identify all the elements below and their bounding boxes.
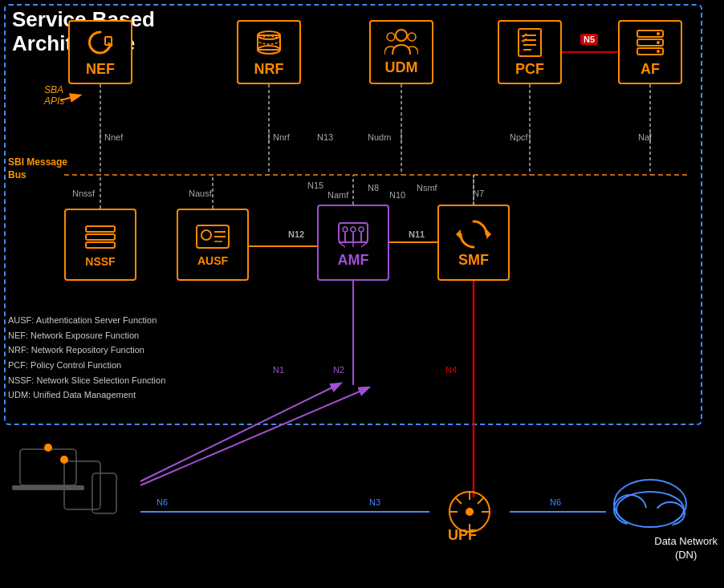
svg-rect-19 <box>20 449 76 485</box>
nausf-label: Nausf <box>189 189 212 198</box>
pcf-label: PCF <box>515 61 544 78</box>
diagram-svg <box>0 0 724 588</box>
svg-point-41 <box>656 502 685 525</box>
n6-ue-label: N6 <box>157 497 168 507</box>
svg-point-40 <box>614 495 646 524</box>
n12-badge: N12 <box>285 229 307 240</box>
nf-box-nef: NEF <box>68 20 132 84</box>
sbi-bus-label: SBI Message Bus <box>8 156 67 181</box>
svg-rect-24 <box>92 473 116 513</box>
svg-point-76 <box>343 227 348 232</box>
n4-label: N4 <box>445 365 457 375</box>
nf-box-nssf: NSSF <box>64 209 136 281</box>
svg-rect-22 <box>64 461 100 509</box>
svg-point-42 <box>626 508 674 532</box>
amf-icon <box>336 217 371 249</box>
smf-label: SMF <box>458 252 489 269</box>
n2-label: N2 <box>333 365 344 375</box>
n7-label: N7 <box>473 189 484 198</box>
svg-rect-53 <box>519 29 541 56</box>
ausf-icon <box>195 222 230 251</box>
legend-nssf: NSSF: Network Slice Selection Function <box>8 373 165 388</box>
legend-udm: UDM: Unified Data Management <box>8 387 165 403</box>
svg-point-32 <box>466 508 474 516</box>
nef-icon <box>85 27 116 58</box>
svg-point-39 <box>614 480 686 528</box>
legend-nef: NEF: Network Exposure Function <box>8 328 165 343</box>
udm-label: UDM <box>385 59 418 76</box>
nf-box-amf: AMF <box>317 205 389 281</box>
svg-point-77 <box>351 227 356 232</box>
nnssf-label: Nnssf <box>72 189 95 198</box>
legend-pcf: PCF: Policy Control Function <box>8 358 165 373</box>
svg-point-52 <box>408 33 416 41</box>
svg-point-21 <box>44 444 52 452</box>
udm-icon <box>384 29 418 56</box>
nsmf-label: Nsmf <box>417 183 437 193</box>
dn-label: Data Network(DN) <box>654 535 718 562</box>
n3-label: N3 <box>369 497 380 507</box>
n13-label: N13 <box>317 132 333 142</box>
nudm-label: Nudm <box>368 132 391 142</box>
svg-point-62 <box>657 41 660 44</box>
nssf-icon <box>83 221 118 252</box>
nf-box-pcf: PCF <box>498 20 562 84</box>
n6-dn-label: N6 <box>550 497 561 507</box>
svg-rect-66 <box>86 242 115 248</box>
nf-box-af: AF <box>618 20 682 84</box>
svg-rect-65 <box>86 234 115 240</box>
nf-box-ausf: AUSF <box>177 209 249 281</box>
legend-ausf: AUSF: Authentication Server Function <box>8 313 165 328</box>
pcf-icon <box>515 27 544 58</box>
svg-line-13 <box>140 389 365 485</box>
svg-point-61 <box>657 32 660 35</box>
amf-label: AMF <box>338 252 369 269</box>
svg-point-43 <box>616 492 684 527</box>
svg-point-50 <box>396 30 407 41</box>
npcf-label: Npcf <box>510 132 528 142</box>
af-label: AF <box>641 61 660 78</box>
n5-badge: N5 <box>580 34 598 45</box>
sba-apis-label: SBA APIs <box>44 84 64 107</box>
nf-box-smf: SMF <box>437 205 510 281</box>
svg-point-68 <box>201 230 211 240</box>
nrf-icon <box>254 27 284 58</box>
svg-rect-20 <box>12 485 84 490</box>
smf-icon <box>456 217 491 249</box>
nnrf-label: Nnrf <box>273 132 290 142</box>
svg-rect-64 <box>86 226 115 232</box>
n10-label: N10 <box>389 190 405 200</box>
n15-label: N15 <box>307 180 323 190</box>
svg-point-63 <box>657 50 660 53</box>
nef-label: NEF <box>86 61 115 78</box>
legend-nrf: NRF: Network Repository Function <box>8 343 165 358</box>
n1-label: N1 <box>273 365 284 375</box>
svg-line-37 <box>456 498 462 504</box>
svg-marker-83 <box>456 229 461 239</box>
upf-label: UPF <box>448 527 477 544</box>
naf-label: Naf <box>638 132 652 142</box>
namf-label: Namf <box>327 190 348 200</box>
n8-label: N8 <box>368 183 379 193</box>
svg-point-51 <box>387 33 395 41</box>
svg-point-78 <box>359 227 364 232</box>
nnef-label: Nnef <box>104 132 123 142</box>
svg-marker-82 <box>486 229 491 239</box>
nssf-label: NSSF <box>85 255 115 268</box>
af-icon <box>634 27 666 58</box>
n11-badge: N11 <box>405 229 428 240</box>
nrf-label: NRF <box>254 61 284 78</box>
svg-point-23 <box>60 456 68 464</box>
svg-line-38 <box>478 498 483 504</box>
svg-line-12 <box>140 385 337 481</box>
ausf-label: AUSF <box>197 254 228 267</box>
nf-box-nrf: NRF <box>237 20 301 84</box>
svg-point-31 <box>449 492 490 532</box>
nf-box-udm: UDM <box>369 20 433 84</box>
diagram-canvas: Service Based Architecture SBA APIs SBI … <box>0 0 724 588</box>
legend-block: AUSF: Authentication Server Function NEF… <box>8 313 165 403</box>
